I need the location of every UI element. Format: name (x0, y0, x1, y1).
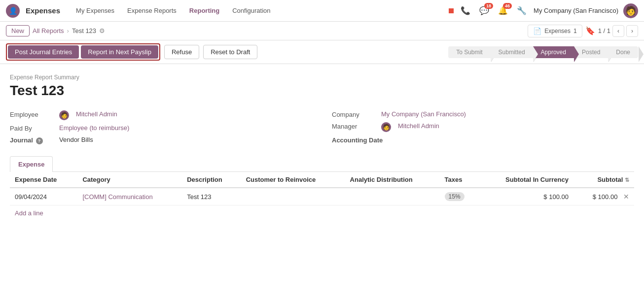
pagination-text: 1 / 1 (598, 27, 610, 34)
col-subtotal: Subtotal ⇅ (573, 172, 634, 188)
status-submitted[interactable]: Submitted (491, 46, 533, 58)
col-category: Category (77, 172, 182, 188)
col-expense-date: Expense Date (10, 172, 77, 188)
pagination-next[interactable]: › (626, 25, 638, 37)
chat-badge: 18 (484, 3, 493, 9)
tab-expense[interactable]: Expense (10, 156, 53, 172)
status-approved[interactable]: Approved (533, 46, 574, 58)
cell-customer (241, 188, 345, 205)
nav-expense-reports[interactable]: Expense Reports (121, 5, 182, 16)
main-content: Expense Report Summary Test 123 Employee… (0, 64, 644, 301)
nav-configuration[interactable]: Configuration (226, 5, 276, 16)
form-left: Employee 🧑 Mitchell Admin Paid By Employ… (10, 108, 312, 146)
user-avatar[interactable]: 🧑 (623, 3, 638, 18)
table-row: 09/04/2024 [COMM] Communication Test 123… (10, 188, 634, 205)
breadcrumb-current: Test 123 (72, 27, 96, 34)
col-description: Description (182, 172, 241, 188)
company-value[interactable]: My Company (San Francisco) (381, 110, 466, 118)
form-fields: Employee 🧑 Mitchell Admin Paid By Employ… (10, 108, 634, 146)
cell-description: Test 123 (182, 188, 241, 205)
col-analytic: Analytic Distribution (345, 172, 440, 188)
pagination: 1 / 1 ‹ › (598, 25, 638, 37)
manager-name[interactable]: Mitchell Admin (398, 122, 439, 130)
nav-reporting[interactable]: Reporting (183, 5, 225, 16)
pagination-prev[interactable]: ‹ (612, 25, 624, 37)
refuse-button[interactable]: Refuse (164, 45, 199, 59)
top-navigation: 👤 Expenses My Expenses Expense Reports R… (0, 0, 644, 22)
main-content-wrapper: Expense Report Summary Test 123 Employee… (0, 64, 644, 304)
employee-row: Employee 🧑 Mitchell Admin (10, 108, 312, 122)
company-label: Company (332, 110, 376, 118)
table-header-row: Expense Date Category Description Custom… (10, 172, 634, 188)
col-subtotal-currency: Subtotal In Currency (478, 172, 573, 188)
journal-row: Journal ? Vendor Bills (10, 134, 312, 146)
activity-icon[interactable]: 🔔 46 (496, 4, 510, 18)
expenses-button[interactable]: 📄 Expenses 1 (528, 25, 582, 37)
manager-row: Manager 🧑 Mitchell Admin (332, 120, 634, 134)
col-taxes: Taxes (440, 172, 478, 188)
breadcrumb-bar: New All Reports › Test 123 ⚙ 📄 Expenses … (0, 22, 644, 40)
company-row: Company My Company (San Francisco) (332, 108, 634, 120)
cell-category[interactable]: [COMM] Communication (77, 188, 182, 205)
form-right: Company My Company (San Francisco) Manag… (332, 108, 634, 146)
nav-menu: My Expenses Expense Reports Reporting Co… (70, 5, 447, 16)
company-name[interactable]: My Company (San Francisco) (534, 7, 618, 14)
cell-subtotal-currency: $ 100.00 (478, 188, 573, 205)
journal-label: Journal ? (10, 136, 54, 144)
employee-name[interactable]: Mitchell Admin (76, 110, 117, 118)
delete-row-icon[interactable]: ✕ (623, 193, 629, 201)
reset-draft-button[interactable]: Reset to Draft (203, 45, 257, 59)
cell-taxes: 15% (440, 188, 478, 205)
status-pipeline: To Submit Submitted Approved Posted Done (448, 46, 638, 58)
phone-icon[interactable]: 📞 (459, 4, 472, 18)
app-logo[interactable]: 👤 (6, 4, 20, 18)
nav-right: 📞 💬 18 🔔 46 🔧 My Company (San Francisco)… (449, 3, 638, 18)
paid-by-label: Paid By (10, 124, 54, 132)
primary-actions-highlight: Post Journal Entries Report in Next Pays… (6, 43, 160, 61)
paid-by-value[interactable]: Employee (to reimburse) (59, 124, 129, 132)
expense-table: Expense Date Category Description Custom… (10, 172, 634, 205)
journal-value: Vendor Bills (59, 136, 93, 143)
paid-by-row: Paid By Employee (to reimburse) (10, 122, 312, 134)
report-title: Test 123 (10, 83, 634, 99)
app-name[interactable]: Expenses (26, 6, 60, 15)
journal-help-icon[interactable]: ? (36, 137, 43, 144)
expenses-button-label: Expenses (544, 28, 571, 34)
nav-my-expenses[interactable]: My Expenses (70, 5, 120, 16)
settings-gear-icon[interactable]: ⚙ (99, 27, 105, 34)
settings-icon[interactable]: 🔧 (515, 4, 529, 18)
status-dot (449, 8, 454, 13)
cell-analytic (345, 188, 440, 205)
bookmark-icon[interactable]: 🔖 (585, 26, 595, 35)
expenses-button-count: 1 (573, 28, 577, 34)
breadcrumb-parent[interactable]: All Reports (33, 27, 64, 34)
employee-avatar-small: 🧑 (59, 110, 69, 120)
column-sort-icon[interactable]: ⇅ (625, 177, 629, 183)
tax-badge[interactable]: 15% (445, 192, 465, 201)
add-line-link[interactable]: Add a line (10, 205, 48, 221)
document-icon: 📄 (533, 27, 541, 35)
action-bar: Post Journal Entries Report in Next Pays… (0, 40, 644, 64)
status-to-submit[interactable]: To Submit (448, 46, 490, 58)
breadcrumb-separator: › (67, 27, 69, 34)
tab-bar: Expense (10, 156, 634, 172)
report-summary-label: Expense Report Summary (10, 74, 634, 81)
chat-icon[interactable]: 💬 18 (477, 4, 491, 18)
accounting-date-row: Accounting Date (332, 134, 634, 146)
employee-label: Employee (10, 110, 54, 118)
report-next-payslip-button[interactable]: Report in Next Payslip (81, 45, 158, 59)
cell-date: 09/04/2024 (10, 188, 77, 205)
status-posted[interactable]: Posted (574, 46, 608, 58)
activity-badge: 46 (503, 3, 512, 9)
new-button[interactable]: New (6, 25, 30, 36)
manager-label: Manager (332, 122, 376, 130)
cell-subtotal: $ 100.00 ✕ (573, 188, 634, 205)
post-journal-entries-button[interactable]: Post Journal Entries (8, 45, 79, 59)
accounting-date-label: Accounting Date (332, 136, 383, 144)
col-customer: Customer to Reinvoice (241, 172, 345, 188)
